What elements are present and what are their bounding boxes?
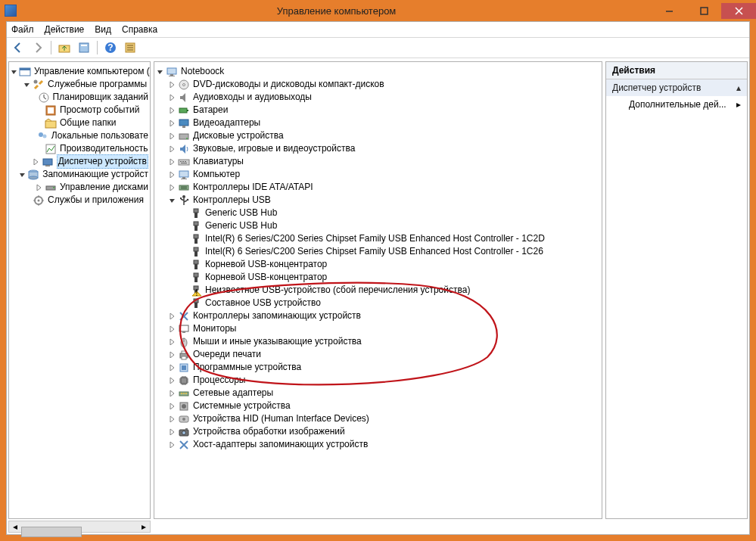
up-button[interactable] — [56, 39, 73, 56]
expander-closed-icon[interactable] — [168, 93, 176, 101]
tree-node[interactable]: Службы и приложения — [11, 194, 148, 207]
tree-node[interactable]: Noteboock — [156, 65, 600, 78]
tree-node[interactable]: Дисковые устройства — [156, 129, 600, 142]
expander-closed-icon[interactable] — [168, 376, 176, 384]
tree-node[interactable]: Неизвестное USB-устройство (сбой перечис… — [156, 284, 600, 297]
tree-label: Служебные программы — [48, 78, 147, 91]
tree-node[interactable]: Запоминающие устройст — [11, 168, 148, 181]
tree-node[interactable]: Процессоры — [156, 374, 600, 387]
list-button[interactable] — [122, 39, 138, 56]
tree-node[interactable]: Корневой USB-концентратор — [156, 271, 600, 284]
tree-node[interactable]: Общие папки — [11, 117, 148, 129]
tree-node[interactable]: Очереди печати — [156, 348, 600, 361]
titlebar[interactable]: Управление компьютером — [0, 0, 756, 21]
console-tree[interactable]: Управление компьютером (лСлужебные прогр… — [9, 62, 150, 210]
tree-node[interactable]: Видеоадаптеры — [156, 117, 600, 129]
expander-open-icon[interactable] — [168, 196, 176, 204]
tree-node[interactable]: Программные устройства — [156, 361, 600, 374]
menu-action[interactable]: Действие — [45, 24, 85, 35]
properties-button[interactable] — [76, 39, 92, 56]
tree-node[interactable]: Клавиатуры — [156, 155, 600, 168]
tree-node[interactable]: Мониторы — [156, 322, 600, 335]
tree-node[interactable]: Производительность — [11, 142, 148, 155]
expander-closed-icon[interactable] — [168, 312, 176, 320]
expander-closed-icon[interactable] — [35, 183, 43, 191]
workspace: Управление компьютером (лСлужебные прогр… — [7, 60, 749, 521]
tree-node[interactable]: Компьютер — [156, 168, 600, 181]
tree-node[interactable]: Устройства обработки изображений — [156, 425, 600, 438]
left-hscrollbar[interactable]: ◂ ▸ — [8, 521, 151, 533]
expander-closed-icon[interactable] — [168, 106, 176, 114]
close-button[interactable] — [721, 3, 756, 19]
tree-label: Intel(R) 6 Series/C200 Series Chipset Fa… — [205, 245, 543, 258]
actions-more[interactable]: Дополнительные дей... ▸ — [606, 96, 747, 113]
expander-closed-icon[interactable] — [168, 157, 176, 166]
expander-closed-icon[interactable] — [168, 415, 176, 423]
tree-node[interactable]: Generic USB Hub — [156, 207, 600, 219]
expander-open-icon[interactable] — [11, 67, 17, 76]
tree-node[interactable]: Контроллеры запоминающих устройств — [156, 309, 600, 322]
tree-node[interactable]: Управление компьютером (л — [11, 65, 148, 78]
expander-closed-icon[interactable] — [168, 389, 176, 397]
tree-node[interactable]: Диспетчер устройств — [11, 155, 148, 168]
expander-closed-icon[interactable] — [168, 350, 176, 359]
help-button[interactable] — [102, 39, 119, 56]
tree-node[interactable]: Generic USB Hub — [156, 219, 600, 232]
keyboard-icon — [178, 156, 190, 168]
tree-node[interactable]: Устройства HID (Human Interface Devices) — [156, 412, 600, 425]
tree-node[interactable]: Системные устройства — [156, 400, 600, 412]
scroll-right-icon[interactable]: ▸ — [138, 521, 150, 532]
tree-node[interactable]: DVD-дисководы и дисководы компакт-дисков — [156, 78, 600, 91]
app-icon — [5, 5, 17, 17]
expander-open-icon[interactable] — [23, 80, 31, 89]
expander-closed-icon[interactable] — [168, 119, 176, 127]
expander-closed-icon[interactable] — [168, 428, 176, 436]
tree-node[interactable]: Управление дисками — [11, 181, 148, 194]
expander-closed-icon[interactable] — [168, 363, 176, 372]
expander-closed-icon[interactable] — [168, 402, 176, 410]
expander-open-icon[interactable] — [156, 67, 164, 76]
sound-icon — [178, 143, 190, 155]
expander-closed-icon[interactable] — [33, 157, 40, 166]
expander-closed-icon[interactable] — [168, 132, 176, 140]
device-tree[interactable]: NoteboockDVD-дисководы и дисководы компа… — [154, 62, 602, 454]
tree-node[interactable]: Звуковые, игровые и видеоустройства — [156, 142, 600, 155]
storage-ctl-icon — [178, 439, 190, 451]
expander-closed-icon[interactable] — [168, 440, 176, 449]
maximize-button[interactable] — [686, 3, 721, 19]
tree-node[interactable]: Планировщик заданий — [11, 91, 148, 104]
tree-node[interactable]: Корневой USB-концентратор — [156, 258, 600, 271]
tree-node[interactable]: Батареи — [156, 104, 600, 117]
menu-help[interactable]: Справка — [122, 24, 157, 35]
tree-node[interactable]: Составное USB устройство — [156, 297, 600, 309]
tree-node[interactable]: Служебные программы — [11, 78, 148, 91]
scroll-thumb[interactable] — [21, 527, 82, 537]
tree-node[interactable]: Мыши и иные указывающие устройства — [156, 335, 600, 348]
expander-closed-icon[interactable] — [168, 183, 176, 191]
tree-label: Звуковые, игровые и видеоустройства — [193, 142, 355, 155]
tree-node[interactable]: Хост-адаптеры запоминающих устройств — [156, 438, 600, 451]
tree-label: Программные устройства — [193, 361, 301, 374]
tree-node[interactable]: Intel(R) 6 Series/C200 Series Chipset Fa… — [156, 232, 600, 245]
tools-icon — [33, 79, 45, 91]
back-button[interactable] — [10, 39, 26, 56]
actions-section[interactable]: Диспетчер устройств ▴ — [606, 79, 747, 96]
tree-node[interactable]: Контроллеры USB — [156, 194, 600, 207]
tree-node[interactable]: Контроллеры IDE ATA/ATAPI — [156, 181, 600, 194]
tree-node[interactable]: Локальные пользовате — [11, 129, 148, 142]
expander-closed-icon[interactable] — [168, 325, 176, 333]
expander-closed-icon[interactable] — [168, 337, 176, 346]
tree-node[interactable]: Intel(R) 6 Series/C200 Series Chipset Fa… — [156, 245, 600, 258]
menu-file[interactable]: Файл — [11, 24, 34, 35]
expander-closed-icon[interactable] — [168, 80, 176, 89]
tree-node[interactable]: Аудиовходы и аудиовыходы — [156, 91, 600, 104]
forward-button[interactable] — [30, 39, 46, 56]
tree-node[interactable]: Просмотр событий — [11, 104, 148, 117]
tree-node[interactable]: Сетевые адаптеры — [156, 387, 600, 400]
scroll-left-icon[interactable]: ◂ — [9, 521, 21, 532]
expander-open-icon[interactable] — [19, 170, 26, 179]
expander-closed-icon[interactable] — [168, 145, 176, 153]
minimize-button[interactable] — [652, 3, 686, 19]
menu-view[interactable]: Вид — [95, 24, 111, 35]
expander-closed-icon[interactable] — [168, 170, 176, 179]
